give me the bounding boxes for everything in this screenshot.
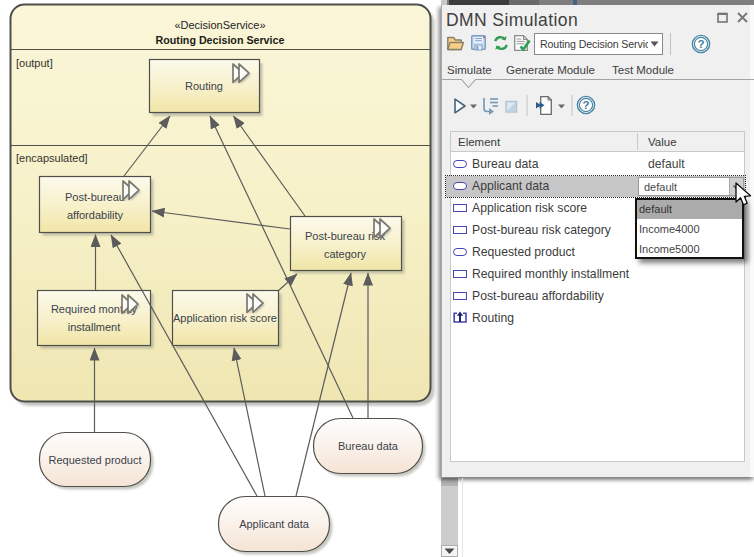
svg-text:Routing: Routing [185, 80, 223, 92]
svg-text:Applicant data: Applicant data [239, 518, 310, 530]
svg-text:Bureau data: Bureau data [338, 440, 399, 452]
svg-text:installment: installment [68, 321, 121, 333]
svg-text:Requested product: Requested product [49, 454, 142, 466]
svg-text:?: ? [582, 99, 589, 111]
svg-text:«DecisionService»: «DecisionService» [174, 19, 265, 31]
svg-text:Post-bureau: Post-bureau [65, 191, 125, 203]
svg-text:[output]: [output] [16, 57, 53, 69]
svg-text:Application risk score: Application risk score [173, 312, 277, 324]
svg-text:Routing Decision Service: Routing Decision Service [156, 34, 285, 46]
svg-text:affordability: affordability [67, 209, 124, 221]
svg-text:[encapsulated]: [encapsulated] [16, 152, 88, 164]
svg-text:category: category [324, 248, 367, 260]
svg-text:?: ? [697, 38, 704, 50]
